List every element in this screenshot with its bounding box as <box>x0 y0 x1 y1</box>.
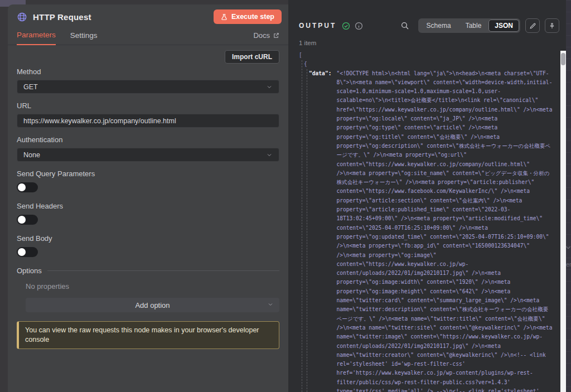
method-select[interactable]: GET <box>17 80 279 94</box>
send-query-parameters-field: Send Query Parameters <box>17 170 279 192</box>
output-view-switch: Schema Table JSON <box>418 18 520 33</box>
options-label: Options <box>17 267 42 275</box>
output-header: OUTPUT Schema Table JSON <box>299 17 559 34</box>
output-panel: OUTPUT Schema Table JSON <box>288 0 566 392</box>
authentication-label: Authentication <box>17 135 279 144</box>
scrollbar-thumb[interactable] <box>561 53 565 65</box>
send-headers-label: Send Headers <box>17 202 279 210</box>
url-input-wrap <box>17 114 279 128</box>
json-data-entry: "data": "<!DOCTYPE html>\n<html lang=\"j… <box>299 69 553 392</box>
send-query-parameters-toggle[interactable] <box>17 182 38 192</box>
docs-link[interactable]: Docs <box>253 31 279 45</box>
search-icon[interactable] <box>400 21 409 30</box>
edit-output-button[interactable] <box>525 18 540 33</box>
view-tab-schema[interactable]: Schema <box>419 20 458 32</box>
method-label: Method <box>17 67 279 76</box>
send-headers-toggle[interactable] <box>17 215 38 225</box>
url-field: URL <box>17 101 279 128</box>
globe-icon <box>17 12 27 22</box>
send-body-toggle[interactable] <box>17 247 38 257</box>
authentication-field: Authentication None <box>17 135 279 162</box>
execute-step-button[interactable]: Execute step <box>214 9 282 24</box>
canvas-peek-text: er <box>566 261 571 268</box>
send-body-field: Send Body <box>17 234 279 257</box>
json-key: "data": <box>309 69 331 392</box>
developer-console-notice: You can view the raw requests this node … <box>17 321 279 349</box>
edit-pencil-icon <box>529 22 536 30</box>
external-link-icon <box>273 32 279 38</box>
chevron-down-icon <box>566 244 571 251</box>
send-body-label: Send Body <box>17 234 279 243</box>
chevron-down-icon <box>267 301 274 308</box>
json-open-brace: { <box>299 60 553 69</box>
options-empty-text: No properties <box>26 282 279 291</box>
options-section-header: Options <box>17 267 279 275</box>
method-field: Method GET <box>17 67 279 94</box>
import-curl-button[interactable]: Import cURL <box>225 50 279 64</box>
pin-icon <box>549 22 555 30</box>
view-tab-table[interactable]: Table <box>458 20 489 32</box>
info-icon[interactable] <box>355 22 363 30</box>
url-input[interactable] <box>23 117 273 125</box>
json-value: "<!DOCTYPE html>\n<html lang=\"ja\">\n<h… <box>336 69 553 392</box>
node-tabs: Parameters Settings Docs <box>8 24 288 45</box>
add-option-dropdown[interactable]: Add option <box>26 298 279 312</box>
json-output-view: [ { "data": "<!DOCTYPE html>\n<html lang… <box>299 51 553 392</box>
authentication-select[interactable]: None <box>17 148 279 162</box>
flask-icon <box>221 13 228 21</box>
options-divider <box>47 270 279 271</box>
output-items-count: 1 item <box>299 40 316 46</box>
pin-data-button[interactable] <box>545 18 559 33</box>
node-settings-panel: HTTP Request Execute step Parameters Set… <box>8 4 288 392</box>
send-headers-field: Send Headers <box>17 202 279 225</box>
view-tab-json[interactable]: JSON <box>488 20 519 32</box>
node-header: HTTP Request Execute step <box>8 4 288 24</box>
url-label: URL <box>17 101 279 110</box>
parameters-body: Import cURL Method GET URL Authenticatio… <box>8 45 288 349</box>
output-scrollbar[interactable] <box>560 51 566 392</box>
json-open-bracket: [ <box>299 51 553 60</box>
chevron-down-icon <box>266 84 273 90</box>
tab-parameters[interactable]: Parameters <box>17 31 56 45</box>
output-title: OUTPUT <box>299 22 336 30</box>
node-title: HTTP Request <box>33 12 91 22</box>
tab-settings[interactable]: Settings <box>70 31 98 45</box>
success-check-icon <box>342 22 350 30</box>
canvas-background-right: er <box>566 0 571 392</box>
send-query-parameters-label: Send Query Parameters <box>17 170 279 178</box>
chevron-down-icon <box>266 152 273 158</box>
